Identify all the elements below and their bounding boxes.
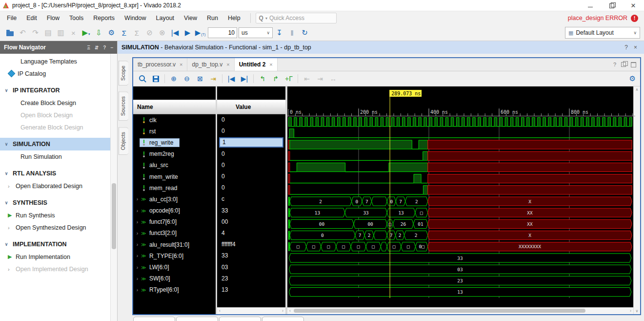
tab-dp_tb_top-v[interactable]: dp_tb_top.v× [187,58,234,71]
sidebar-item-open-block-design[interactable]: Open Block Design [0,109,117,121]
run-button[interactable]: ▶▾ [80,27,92,39]
layout-selector[interactable]: ▦ Default Layout ∨ [565,27,640,39]
zoom-to-cursor-button[interactable]: ⇥ [207,73,219,84]
flow-section-ip-integrator[interactable]: ∨IP INTEGRATOR [0,84,117,97]
signal-row-mem_write[interactable]: mem_write [133,171,216,182]
flow-navigator-header-icon-1[interactable]: ⇵ [95,45,99,50]
signal-row-rst[interactable]: rst [133,126,216,137]
menu-view[interactable]: View [179,11,202,25]
expand-icon[interactable]: › [135,208,140,214]
sidebar-item-open-elaborated-design[interactable]: ›Open Elaborated Design [0,180,117,192]
values-horizontal-scrollbar[interactable]: ‹› [217,307,285,314]
menu-edit[interactable]: Edit [21,11,42,25]
search-button[interactable] [137,73,148,84]
close-panel-icon[interactable]: × [634,44,637,51]
minimize-button[interactable] [580,0,601,11]
relaunch-button[interactable]: ↻ [299,27,311,39]
save-waveform-button[interactable] [150,73,161,84]
signal-value-alu_cc[interactable]: c [217,193,285,205]
signal-value-alu_result[interactable]: fffffff4 [217,239,285,250]
help-icon[interactable]: ? [624,44,628,51]
menu-layout[interactable]: Layout [151,11,180,25]
flow-section-implementation[interactable]: ∨IMPLEMENTATION [0,238,117,251]
sidebar-item-ip-catalog[interactable]: IP Catalog [0,67,117,80]
sidebar-item-run-synthesis[interactable]: ▶Run Synthesis [0,209,117,221]
flow-section-rtl-analysis[interactable]: ∨RTL ANALYSIS [0,167,117,180]
menu-file[interactable]: File [2,11,21,25]
signal-value-clk[interactable]: 0 [217,114,285,126]
run-all-button[interactable]: ▶ [181,27,194,39]
signal-value-R_TYPE[interactable]: 33 [217,250,285,261]
next-marker-button[interactable]: ⇥ [314,73,326,84]
close-icon[interactable]: × [226,62,229,67]
zoom-in-button[interactable]: ⊕ [168,73,180,84]
flow-section-synthesis[interactable]: ∨SYNTHESIS [0,196,117,209]
flow-section-simulation[interactable]: ∨SIMULATION [0,138,117,150]
sidebar-item-open-synthesized-design[interactable]: ›Open Synthesized Design [0,221,117,234]
menu-tools[interactable]: Tools [64,11,88,25]
menu-run[interactable]: Run [202,11,223,25]
restart-sim-button[interactable]: |◀ [169,27,181,39]
link-button[interactable]: ⊘ [143,27,156,39]
expand-icon[interactable]: › [135,287,140,293]
scrollbar-thumb[interactable] [294,309,585,313]
zoom-fit-button[interactable]: ⊠ [194,73,206,84]
menu-help[interactable]: Help [223,11,245,25]
quick-access-search[interactable]: Q ▾ Quick Access [256,13,337,23]
signal-value-reg_write[interactable]: 1 [217,137,285,148]
signal-row-mem_read[interactable]: mem_read [133,182,216,193]
copy-button[interactable]: ▤ [42,27,54,39]
waveform-canvas[interactable]: 0 ns200 ns400 ns600 ns800 ns207072X13331… [287,86,633,314]
run-for-time-button[interactable]: ▶(T) [194,27,206,39]
signal-row-reg_write[interactable]: reg_write [133,137,216,148]
validate-button[interactable]: Σ [131,27,143,39]
expand-icon[interactable]: › [135,265,140,270]
signal-value-SW[interactable]: 23 [217,273,285,284]
signal-row-clk[interactable]: clk [133,114,216,126]
float-window-icon[interactable] [621,62,626,67]
redo-button[interactable]: ↷ [29,27,41,39]
bottom-panel-tab-1[interactable] [176,317,218,321]
expand-icon[interactable]: › [135,219,140,225]
simulation-time-input[interactable] [208,27,237,38]
signal-row-funct3[interactable]: ›funct3[2:0] [133,228,216,239]
time-unit-select[interactable]: us ∨ [239,27,273,38]
signal-row-funct7[interactable]: ›funct7[6:0] [133,216,216,228]
signal-value-mem_write[interactable]: 0 [217,171,285,182]
close-icon[interactable]: × [269,62,272,67]
previous-marker-button[interactable]: ⇤ [301,73,313,84]
signal-row-LW[interactable]: ›LW[6:0] [133,261,216,273]
flow-navigator-header-icon-3[interactable]: – [110,45,113,50]
signal-value-RTypel[interactable]: 13 [217,284,285,296]
maximize-panel-icon[interactable] [631,62,636,67]
signal-row-mem2reg[interactable]: mem2reg [133,149,216,160]
go-to-last-time-button[interactable]: ↱ [270,73,282,84]
go-to-time-0-button[interactable]: ↰ [257,73,268,84]
report-sigma-button[interactable]: Σ [118,27,130,39]
signal-value-funct3[interactable]: 4 [217,228,285,239]
signal-row-alu_src[interactable]: alu_src [133,160,216,171]
side-tab-sources[interactable]: Sources [119,91,128,121]
sidebar-scrollbar[interactable] [110,54,117,321]
expand-icon[interactable]: › [135,276,140,281]
help-icon[interactable]: ? [613,62,616,67]
swap-cursors-button[interactable]: ↔ [327,73,339,84]
sidebar-item-language-templates[interactable]: Language Templates [0,55,117,67]
step-button[interactable]: ↧ [273,27,285,39]
undo-button[interactable]: ↶ [17,27,29,39]
expand-icon[interactable]: › [135,253,140,258]
bottom-panel-tab-0[interactable] [133,317,175,321]
menu-reports[interactable]: Reports [88,11,120,25]
signal-value-rst[interactable]: 0 [217,126,285,137]
tab-tb_processor-v[interactable]: tb_processor.v× [133,58,187,71]
zoom-out-button[interactable]: ⊖ [181,73,193,84]
open-project-button[interactable] [4,27,16,39]
status-error-badge[interactable]: place_design ERROR ! [568,15,644,22]
scrollbar-thumb[interactable] [112,183,116,249]
sidebar-item-run-implementation[interactable]: ▶Run Implementation [0,251,117,263]
delete-button[interactable]: × [67,27,80,39]
close-icon[interactable]: × [180,62,182,67]
expand-icon[interactable]: › [135,196,140,202]
signal-value-funct7[interactable]: 00 [217,216,285,228]
signal-value-mem2reg[interactable]: 0 [217,149,285,160]
